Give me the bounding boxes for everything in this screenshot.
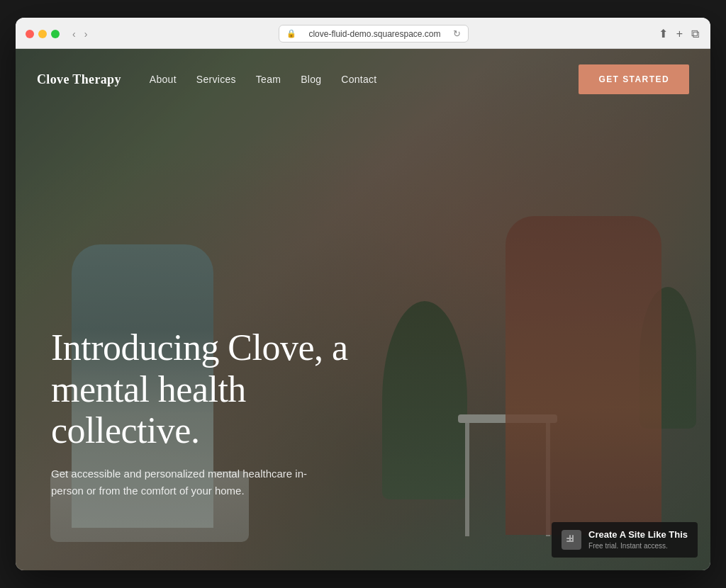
- navbar: Clove Therapy About Services Team Blog C…: [16, 49, 710, 110]
- maximize-button[interactable]: [51, 30, 60, 38]
- svg-rect-2: [569, 535, 571, 542]
- address-bar[interactable]: 🔒 clove-fluid-demo.squarespace.com ↻: [279, 25, 469, 43]
- browser-chrome: ‹ › 🔒 clove-fluid-demo.squarespace.com ↻…: [16, 18, 710, 49]
- badge-main-text: Create A Site Like This: [588, 529, 688, 541]
- minimize-button[interactable]: [38, 30, 47, 38]
- nav-services[interactable]: Services: [196, 74, 236, 85]
- nav-blog[interactable]: Blog: [301, 74, 321, 85]
- svg-rect-3: [572, 535, 574, 542]
- website-content: Clove Therapy About Services Team Blog C…: [16, 49, 710, 570]
- url-text: clove-fluid-demo.squarespace.com: [301, 29, 449, 39]
- browser-window: ‹ › 🔒 clove-fluid-demo.squarespace.com ↻…: [16, 18, 710, 570]
- squarespace-icon: [562, 530, 581, 550]
- browser-controls: ‹ ›: [69, 28, 90, 40]
- forward-button[interactable]: ›: [82, 28, 91, 40]
- back-button[interactable]: ‹: [69, 28, 79, 40]
- nav-team[interactable]: Team: [256, 74, 281, 85]
- nav-contact[interactable]: Contact: [341, 74, 376, 85]
- badge-text-container: Create A Site Like This Free trial. Inst…: [588, 529, 688, 550]
- site-logo[interactable]: Clove Therapy: [37, 72, 121, 87]
- duplicate-button[interactable]: ⧉: [690, 26, 700, 42]
- traffic-lights: [26, 30, 60, 38]
- lock-icon: 🔒: [286, 29, 296, 38]
- browser-actions: ⬆ + ⧉: [657, 26, 700, 42]
- squarespace-badge[interactable]: Create A Site Like This Free trial. Inst…: [552, 522, 698, 558]
- close-button[interactable]: [26, 30, 34, 38]
- hero-subtext: Get accessible and personalized mental h…: [51, 465, 320, 499]
- hero-content: Introducing Clove, a mental health colle…: [51, 327, 391, 499]
- new-tab-button[interactable]: +: [675, 26, 684, 42]
- reload-icon[interactable]: ↻: [453, 28, 461, 39]
- nav-about[interactable]: About: [150, 74, 177, 85]
- badge-sub-text: Free trial. Instant access.: [588, 541, 688, 550]
- share-button[interactable]: ⬆: [657, 26, 669, 42]
- hero-headline: Introducing Clove, a mental health colle…: [51, 327, 391, 451]
- get-started-button[interactable]: GET STARTED: [579, 64, 689, 94]
- nav-links: About Services Team Blog Contact: [150, 73, 377, 86]
